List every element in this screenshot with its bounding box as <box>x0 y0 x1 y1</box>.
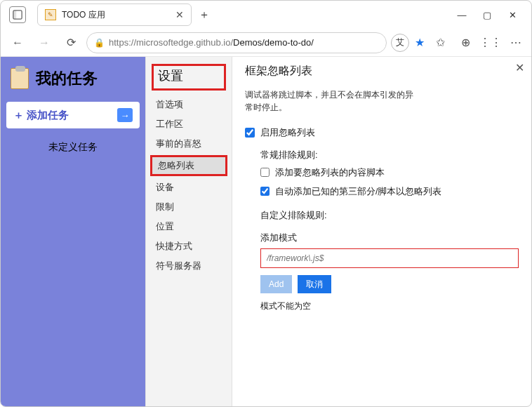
panel-title: 框架忽略列表 <box>245 64 519 79</box>
close-panel-icon[interactable]: ✕ <box>515 61 524 74</box>
arrow-icon: → <box>117 108 133 122</box>
tab-favicon: ✎ <box>45 9 56 20</box>
settings-item[interactable]: 限制 <box>146 197 232 217</box>
settings-item[interactable]: 工作区 <box>146 114 232 134</box>
custom-rules-label: 自定义排除规则: <box>260 209 519 222</box>
svg-rect-1 <box>13 11 16 19</box>
add-task-button[interactable]: ＋ 添加任务 → <box>6 102 140 128</box>
cancel-button[interactable]: 取消 <box>298 275 331 293</box>
rule-auto-thirdparty[interactable]: 自动添加已知的第三部分/脚本以忽略列表 <box>260 186 519 198</box>
enable-ignore-list-checkbox[interactable]: 启用忽略列表 <box>245 126 519 139</box>
collections-icon[interactable]: ⊕ <box>455 33 475 53</box>
app-sidebar: 我的任务 ＋ 添加任务 → 未定义任务 <box>1 57 145 406</box>
refresh-button[interactable]: ⟳ <box>60 32 82 54</box>
general-rules-label: 常规排除规则: <box>260 149 519 161</box>
tab-actions-icon[interactable] <box>9 6 26 23</box>
add-pattern-label: 添加模式 <box>260 232 519 244</box>
settings-panel: ✕ 框架忽略列表 调试器将跳过脚本，并且不会在脚本引发的异 常时停止。 启用忽略… <box>232 57 531 406</box>
settings-header: 设置 <box>152 64 226 91</box>
settings-item[interactable]: 符号服务器 <box>146 256 232 276</box>
error-text: 模式不能为空 <box>260 300 519 312</box>
forward-button[interactable]: → <box>33 32 55 54</box>
new-tab-button[interactable]: ＋ <box>194 5 214 25</box>
undefined-task-label: 未定义任务 <box>6 141 140 154</box>
app-title-row: 我的任务 <box>6 62 140 95</box>
url-text: https://microsoftedge.github.io/Demos/de… <box>109 37 379 48</box>
settings-item[interactable]: 事前的喜怒 <box>146 134 232 154</box>
favorite-icon[interactable]: ★ <box>415 36 425 49</box>
app-title: 我的任务 <box>36 68 98 89</box>
maximize-button[interactable]: ▢ <box>481 10 493 20</box>
back-button[interactable]: ← <box>6 32 29 54</box>
settings-item[interactable]: 设备 <box>146 178 232 197</box>
panel-description: 调试器将跳过脚本，并且不会在脚本引发的异 常时停止。 <box>245 88 519 114</box>
more-icon[interactable]: ⋯ <box>506 33 526 53</box>
close-tab-icon[interactable]: ✕ <box>175 9 184 20</box>
settings-item[interactable]: 位置 <box>146 217 232 236</box>
settings-item[interactable]: 首选项 <box>146 95 232 114</box>
browser-tab[interactable]: ✎ TODO 应用 ✕ <box>37 4 192 26</box>
lock-icon: 🔒 <box>94 38 105 48</box>
settings-sidebar: 设置 首选项工作区事前的喜怒忽略列表设备限制位置快捷方式符号服务器 <box>145 57 232 406</box>
settings-item[interactable]: 快捷方式 <box>146 236 232 256</box>
address-bar[interactable]: 🔒 https://microsoftedge.github.io/Demos/… <box>86 32 387 53</box>
rule1-checkbox[interactable] <box>260 168 270 177</box>
add-button[interactable]: Add <box>260 275 292 293</box>
rule2-checkbox[interactable] <box>260 187 270 196</box>
pattern-input[interactable] <box>260 248 519 268</box>
clipboard-icon <box>11 68 29 89</box>
settings-item[interactable]: 忽略列表 <box>150 155 227 176</box>
enable-checkbox-input[interactable] <box>245 128 255 138</box>
favorites-icon[interactable]: ✩ <box>430 33 450 53</box>
minimize-button[interactable]: ― <box>455 10 468 20</box>
rule-content-scripts[interactable]: 添加要忽略列表的内容脚本 <box>260 167 519 179</box>
tab-title: TODO 应用 <box>62 9 170 21</box>
extensions-icon[interactable]: ⋮⋮ <box>481 33 500 53</box>
close-window-button[interactable]: ✕ <box>506 10 519 20</box>
profile-badge[interactable]: 艾 <box>391 34 409 52</box>
